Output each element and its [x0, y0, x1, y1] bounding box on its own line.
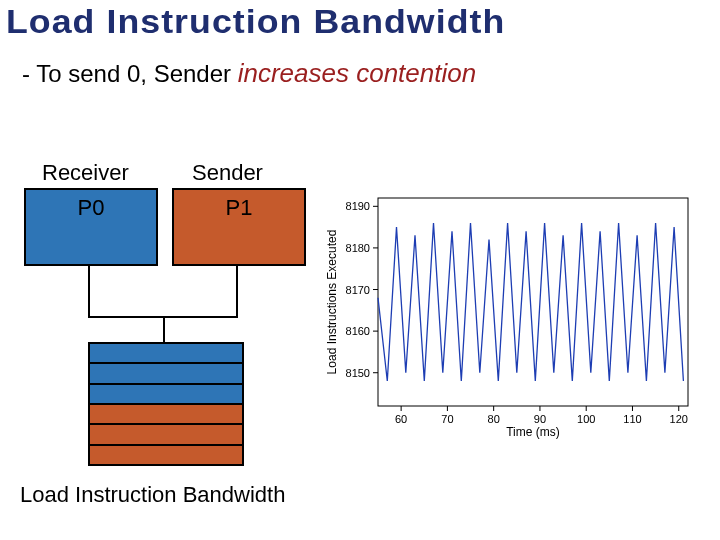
svg-text:8170: 8170 [346, 284, 370, 296]
svg-text:90: 90 [534, 413, 546, 425]
connector-line [236, 264, 238, 316]
svg-text:8150: 8150 [346, 367, 370, 379]
receiver-label: Receiver [42, 160, 129, 186]
connector-line [163, 316, 165, 342]
svg-text:8180: 8180 [346, 242, 370, 254]
svg-text:Load Instructions Executed: Load Instructions Executed [325, 230, 339, 375]
memory-row [90, 444, 242, 464]
slide-title: Load Instruction Bandwidth [6, 2, 505, 41]
svg-text:120: 120 [670, 413, 688, 425]
svg-text:100: 100 [577, 413, 595, 425]
memory-row [90, 362, 242, 382]
svg-text:70: 70 [441, 413, 453, 425]
svg-text:80: 80 [488, 413, 500, 425]
diagram-caption: Load Instruction Bandwidth [20, 482, 285, 508]
connector-line [88, 264, 90, 316]
memory-row [90, 344, 242, 362]
memory-row [90, 383, 242, 403]
processor-p0: P0 [24, 188, 158, 266]
sender-label: Sender [192, 160, 263, 186]
svg-text:110: 110 [623, 413, 641, 425]
bullet-line: - To send 0, Sender increases contention [22, 58, 476, 89]
svg-text:8160: 8160 [346, 325, 370, 337]
svg-text:60: 60 [395, 413, 407, 425]
processor-p1: P1 [172, 188, 306, 266]
memory-row [90, 423, 242, 443]
svg-text:8190: 8190 [346, 200, 370, 212]
memory-stack [88, 342, 244, 466]
bullet-emph: increases contention [238, 58, 476, 88]
memory-row [90, 403, 242, 423]
processor-p0-label: P0 [78, 195, 105, 220]
svg-text:Time (ms): Time (ms) [506, 425, 560, 439]
load-instructions-chart: 6070809010011012081508160817081808190Tim… [322, 186, 700, 442]
processor-p1-label: P1 [226, 195, 253, 220]
bullet-prefix: - To send 0, Sender [22, 60, 238, 87]
